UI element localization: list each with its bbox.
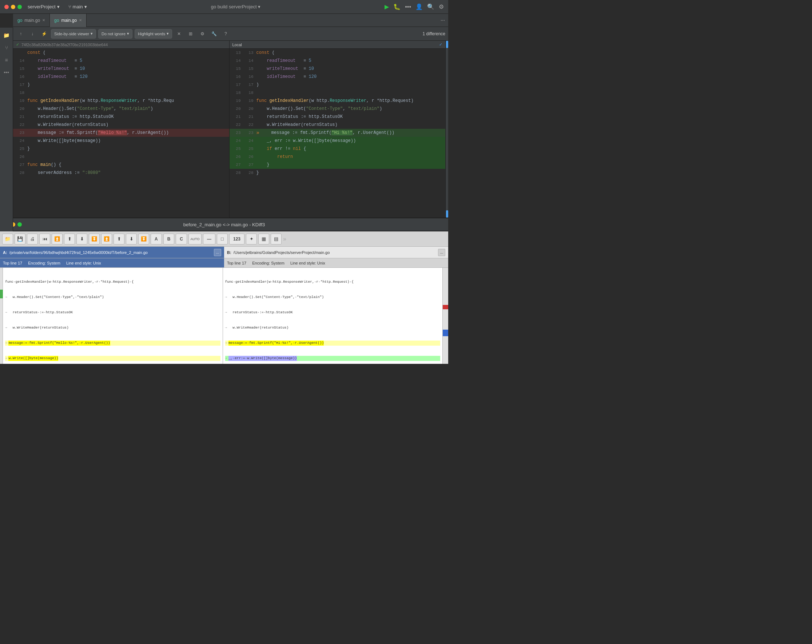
kdiff-merge-btn[interactable]: —	[203, 233, 215, 244]
diff-hash-bar: ✓ 74f2c38a820b0b37de38a2f70bc2191003bbe6…	[13, 41, 229, 49]
diff-left-pane: ✓ 74f2c38a820b0b37de38a2f70bc2191003bbe6…	[13, 41, 229, 218]
project-name[interactable]: serverProject ▾	[27, 4, 60, 9]
diff-count: 1 difference	[423, 31, 446, 37]
file-paths: A: /private/var/folders/96/bdhwjhbd4t72f…	[0, 247, 448, 258]
table-row: 14 14 readTimeout = 5	[230, 57, 446, 65]
minimap-red-marker	[443, 305, 448, 309]
tab-main-go-2[interactable]: go main.go ✕	[50, 14, 87, 27]
kdiff-right-panel[interactable]: func·getIndexHandler(w·http.ResponseWrit…	[223, 268, 443, 364]
next-diff-button[interactable]: ↓	[27, 29, 37, 38]
kdiff-prev-diff-btn[interactable]: ⬆	[64, 233, 75, 244]
list-item: → w.WriteHeader(returnStatus)	[5, 325, 220, 330]
kdiff-diff-panels: func·getIndexHandler(w·http.ResponseWrit…	[0, 268, 448, 364]
close-tab-1[interactable]: ✕	[42, 18, 45, 22]
more-button[interactable]: •••	[405, 4, 411, 10]
sidebar-item-structure[interactable]: ≡	[2, 55, 11, 65]
list-item: → w.Header().Set("Content-Type",·"text/p…	[225, 295, 441, 300]
close-button[interactable]	[5, 5, 9, 9]
kdiff-b-btn[interactable]: B	[163, 233, 175, 244]
scrollbar-thumb-top	[446, 41, 448, 48]
kdiff-save-btn[interactable]: 💾	[15, 233, 26, 244]
debug-button[interactable]: 🐛	[393, 3, 401, 10]
kdiff-a-btn[interactable]: A	[151, 233, 162, 244]
highlight-toggle-button[interactable]: ⚡	[39, 29, 49, 38]
file-a-more-btn[interactable]: ...	[214, 249, 221, 256]
run-button[interactable]: ▶	[385, 3, 389, 10]
table-row: 18 18	[230, 89, 446, 97]
file-path-a: A: /private/var/folders/96/bdhwjhbd4t72f…	[0, 247, 224, 258]
maximize-button[interactable]	[17, 5, 22, 9]
table-row: 26	[13, 153, 229, 161]
kdiff-section: 📁 💾 🖨 ⏮ ⏫ ⬆ ⬇ ⏬ ⏫ ⬆ ⬇ ⏬ A B C AUTO — □ 1…	[0, 231, 448, 364]
kdiff-next-unresolved2-btn[interactable]: ⏬	[138, 233, 149, 244]
list-item: func·getIndexHandler(w·http.ResponseWrit…	[225, 279, 441, 284]
search-icon[interactable]: 🔍	[427, 3, 434, 10]
user-icon[interactable]: 👤	[415, 3, 423, 10]
table-row: 19 19 func getIndexHandler(w http.Respon…	[230, 97, 446, 105]
left-sidebar: 📁 ⑂ ≡ •••	[0, 27, 13, 231]
table-row: const (	[13, 49, 229, 57]
table-row: 20 w.Header().Set("Content-Type", "text/…	[13, 105, 229, 113]
table-row: 24 w.Write([]byte(message))	[13, 137, 229, 145]
added-line-right: 26 26 return	[230, 153, 446, 161]
kdiff-print-btn[interactable]: 🖨	[27, 233, 38, 244]
kdiff-open-btn[interactable]: 📁	[2, 233, 13, 244]
table-row: 14 readTimeout = 5	[13, 57, 229, 65]
kdiff-prev-unresolved-btn[interactable]: ⏫	[52, 233, 63, 244]
table-row: 22 22 w.WriteHeader(returnStatus)	[230, 121, 446, 129]
help-button[interactable]: ?	[221, 29, 230, 38]
kdiff-line-num-btn[interactable]: 123	[229, 233, 244, 244]
left-code-area: const ( 14 readTimeout = 5 15 writeTimeo…	[13, 49, 229, 177]
minimap[interactable]	[443, 268, 448, 364]
traffic-lights	[5, 5, 22, 9]
table-row: 15 writeTimeout = 10	[13, 65, 229, 73]
table-row: 16 idleTimeout = 120	[13, 73, 229, 81]
wrench-button[interactable]: 🔧	[209, 29, 219, 38]
kdiff-more-btn[interactable]: »	[283, 236, 286, 242]
kdiff-first-diff-btn[interactable]: ⏮	[39, 233, 50, 244]
kdiff-next-unresolved-btn[interactable]: ⏬	[89, 233, 100, 244]
diff-viewer-section: 📁 ⑂ ≡ ••• go main.go ✕ go main.go ✕ ⋯ ↑ …	[0, 14, 448, 218]
kdiff-left-panel[interactable]: func·getIndexHandler(w·http.ResponseWrit…	[3, 268, 223, 364]
kdiff-prev-unresolved2-btn[interactable]: ⏫	[101, 233, 112, 244]
table-row: 20 20 w.Header().Set("Content-Type", "te…	[230, 105, 446, 113]
kdiff-square-btn[interactable]: □	[217, 233, 228, 244]
kdiff-prev2-btn[interactable]: ⬆	[113, 233, 124, 244]
kdiff-grid-btn[interactable]: ▦	[258, 233, 269, 244]
minimize-button[interactable]	[11, 5, 15, 9]
kdiff-next2-btn[interactable]: ⬇	[126, 233, 137, 244]
sidebar-item-more[interactable]: •••	[2, 68, 11, 77]
table-row: 28 28 }	[230, 169, 446, 177]
branch-name[interactable]: ⑂ main ▾	[69, 4, 87, 9]
changed-line-left: 23 message := fmt.Sprintf("Hello %s!", r…	[13, 129, 229, 137]
settings-icon[interactable]: ⚙	[439, 3, 444, 10]
table-row: 16 16 idleTimeout = 120	[230, 73, 446, 81]
kdiff-next-diff-btn[interactable]: ⬇	[76, 233, 87, 244]
close-tab-2[interactable]: ✕	[79, 18, 82, 22]
file-b-more-btn[interactable]: ...	[438, 249, 445, 256]
table-row: 19 func getIndexHandler(w http.ResponseW…	[13, 97, 229, 105]
file-path-b: B: /Users/jetbrains/GolandProjects/serve…	[224, 247, 448, 258]
tab-main-go-1[interactable]: go main.go ✕	[13, 14, 50, 27]
kdiff-compass-btn[interactable]: ✦	[246, 233, 257, 244]
prev-diff-button[interactable]: ↑	[16, 29, 26, 38]
list-item: → w.Write([]byte(message))	[5, 356, 220, 361]
highlight-words-dropdown[interactable]: Highlight words ▾	[134, 29, 172, 38]
kdiff-grid2-btn[interactable]: ▤	[271, 233, 282, 244]
list-item: → w.WriteHeader(returnStatus)	[225, 325, 441, 330]
viewer-mode-dropdown[interactable]: Side-by-side viewer ▾	[51, 29, 96, 38]
table-row: 17 )	[13, 81, 229, 89]
kdiff-auto-btn[interactable]: AUTO	[188, 233, 201, 244]
close-diff-button[interactable]: ✕	[174, 29, 184, 38]
settings-diff-button[interactable]: ⚙	[198, 29, 207, 38]
titlebar: serverProject ▾ ⑂ main ▾ go build server…	[0, 0, 448, 14]
kdiff-c-btn[interactable]: C	[176, 233, 187, 244]
sidebar-item-folder[interactable]: 📁	[2, 31, 11, 40]
list-item: → message:=·fmt.Sprintf("Hi·%s!",·r.User…	[225, 340, 441, 346]
sidebar-item-git[interactable]: ⑂	[2, 43, 11, 52]
grid-view-button[interactable]: ⊞	[186, 29, 195, 38]
kdiff-maximize-button[interactable]	[17, 222, 22, 227]
right-scrollbar[interactable]	[445, 41, 448, 218]
ignore-dropdown[interactable]: Do not ignore ▾	[98, 29, 133, 38]
tab-more-button[interactable]: ⋯	[437, 18, 448, 23]
